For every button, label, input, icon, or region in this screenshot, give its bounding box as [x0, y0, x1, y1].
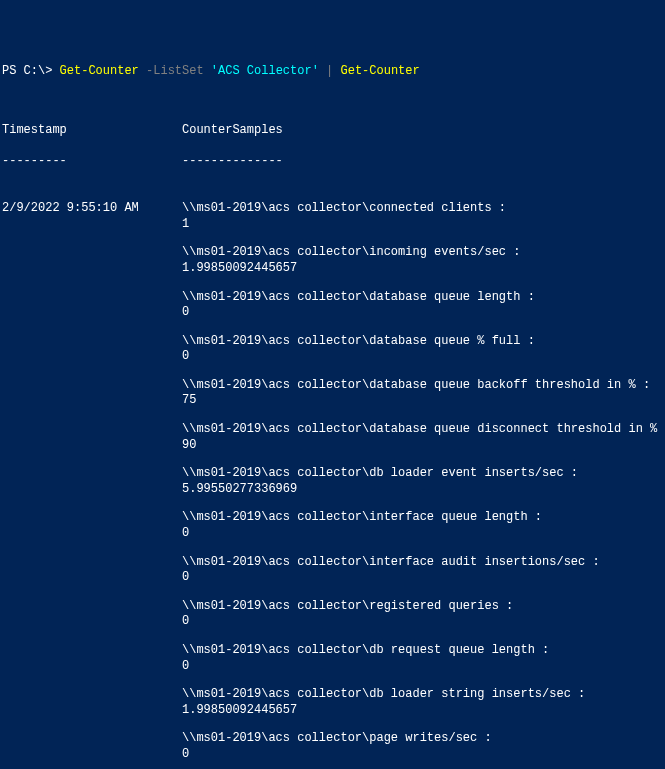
header-timestamp-dash: --------- — [2, 154, 182, 170]
counter-path: \\ms01-2019\acs collector\interface audi… — [182, 555, 665, 571]
counter-path: \\ms01-2019\acs collector\database queue… — [182, 378, 665, 394]
counter-entry: \\ms01-2019\acs collector\db loader even… — [182, 466, 665, 497]
counter-entry: \\ms01-2019\acs collector\database queue… — [182, 378, 665, 409]
counter-value: 0 — [182, 747, 665, 763]
counter-entry: \\ms01-2019\acs collector\page writes/se… — [182, 731, 665, 762]
header-countersamples: CounterSamples — [182, 123, 283, 139]
counter-entry: \\ms01-2019\acs collector\registered que… — [182, 599, 665, 630]
counter-value: 90 — [182, 438, 665, 454]
counter-path: \\ms01-2019\acs collector\database queue… — [182, 290, 665, 306]
counter-entry: \\ms01-2019\acs collector\database queue… — [182, 290, 665, 321]
counter-path: \\ms01-2019\acs collector\db request que… — [182, 643, 665, 659]
counter-path: \\ms01-2019\acs collector\incoming event… — [182, 245, 665, 261]
counter-value: 0 — [182, 349, 665, 365]
output-data-row: 2/9/2022 9:55:10 AM \\ms01-2019\acs coll… — [2, 201, 663, 769]
counter-value: 0 — [182, 305, 665, 321]
counter-path: \\ms01-2019\acs collector\database queue… — [182, 422, 665, 438]
param-listset: -ListSet — [146, 64, 204, 78]
header-timestamp: Timestamp — [2, 123, 182, 139]
counter-entry: \\ms01-2019\acs collector\incoming event… — [182, 245, 665, 276]
counter-value: 1.99850092445657 — [182, 703, 665, 719]
counter-entry: \\ms01-2019\acs collector\interface audi… — [182, 555, 665, 586]
counter-path: \\ms01-2019\acs collector\page writes/se… — [182, 731, 665, 747]
counter-value: 1 — [182, 217, 665, 233]
pipe-operator: | — [319, 64, 341, 78]
counter-path: \\ms01-2019\acs collector\database queue… — [182, 334, 665, 350]
timestamp-value: 2/9/2022 9:55:10 AM — [2, 201, 182, 769]
header-samples-dash: -------------- — [182, 154, 283, 170]
cmdlet-get-counter-2: Get-Counter — [340, 64, 419, 78]
counter-path: \\ms01-2019\acs collector\db loader stri… — [182, 687, 665, 703]
counter-path: \\ms01-2019\acs collector\db loader even… — [182, 466, 665, 482]
output-header-separator: ----------------------- — [2, 154, 663, 170]
counter-value: 1.99850092445657 — [182, 261, 665, 277]
ps-prompt: PS C:\> — [2, 64, 60, 78]
counter-value: 5.99550277336969 — [182, 482, 665, 498]
arg-acs-collector: 'ACS Collector' — [211, 64, 319, 78]
counter-path: \\ms01-2019\acs collector\connected clie… — [182, 201, 665, 217]
counter-entry: \\ms01-2019\acs collector\db loader stri… — [182, 687, 665, 718]
counter-value: 0 — [182, 659, 665, 675]
output-header-row: TimestampCounterSamples — [2, 123, 663, 139]
counter-value: 75 — [182, 393, 665, 409]
counter-path: \\ms01-2019\acs collector\registered que… — [182, 599, 665, 615]
counter-value: 0 — [182, 614, 665, 630]
counter-samples-list: \\ms01-2019\acs collector\connected clie… — [182, 201, 665, 769]
counter-entry: \\ms01-2019\acs collector\db request que… — [182, 643, 665, 674]
counter-entry: \\ms01-2019\acs collector\interface queu… — [182, 510, 665, 541]
counter-path: \\ms01-2019\acs collector\interface queu… — [182, 510, 665, 526]
counter-entry: \\ms01-2019\acs collector\database queue… — [182, 422, 665, 453]
counter-value: 0 — [182, 526, 665, 542]
cmdlet-get-counter-1: Get-Counter — [60, 64, 139, 78]
command-prompt-line[interactable]: PS C:\> Get-Counter -ListSet 'ACS Collec… — [2, 64, 663, 80]
counter-value: 0 — [182, 570, 665, 586]
counter-entry: \\ms01-2019\acs collector\database queue… — [182, 334, 665, 365]
counter-entry: \\ms01-2019\acs collector\connected clie… — [182, 201, 665, 232]
